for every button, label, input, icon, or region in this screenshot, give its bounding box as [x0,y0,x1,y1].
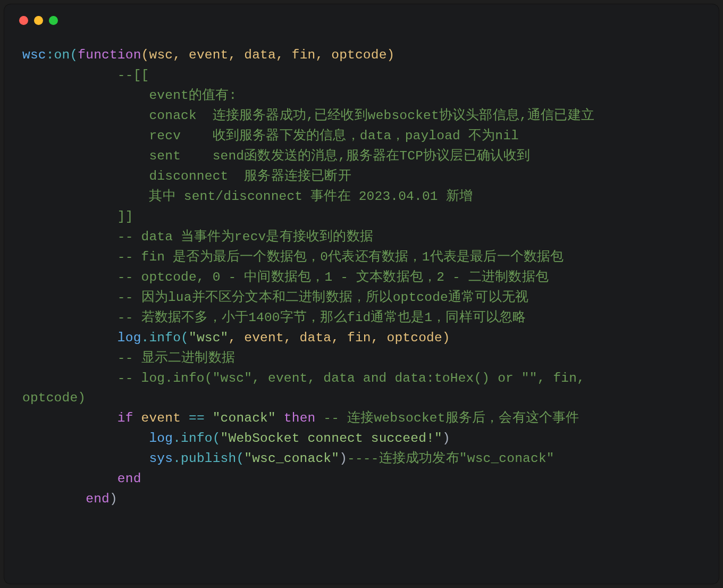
code-token: , event, data, fin, optcode) [229,331,450,345]
window-titlebar [4,4,719,30]
code-token: end [117,472,141,486]
code-token: .info( [141,331,189,345]
code-token: ) [110,492,117,506]
code-token [276,411,284,425]
code-token: "conack" [213,411,276,425]
code-comment: event的值有: [22,88,237,103]
code-token: == [189,411,205,425]
code-token [22,492,86,506]
code-token: (wsc, event, data, fin, optcode) [141,48,395,62]
code-token: sys [149,451,173,466]
code-comment: -- fin 是否为最后一个数据包，0代表还有数据，1代表是最后一个数据包 [22,250,564,264]
code-comment: -- 显示二进制数据 [22,351,235,365]
code-token [205,411,213,425]
code-token [22,472,117,486]
code-token: "wsc_conack" [244,451,339,466]
code-token [22,451,149,466]
code-comment: -- log.info("wsc", event, data and data:… [22,371,593,385]
code-comment: disconnect 服务器连接已断开 [22,169,351,183]
code-token: event [133,411,189,425]
code-comment: 其中 sent/disconnect 事件在 2023.04.01 新增 [22,189,473,204]
code-token: log [117,331,141,345]
code-window: wsc:on(function(wsc, event, data, fin, o… [4,4,719,584]
zoom-icon[interactable] [49,16,58,25]
code-token: ) [442,431,450,446]
close-icon[interactable] [19,16,28,25]
code-token: wsc [22,48,46,62]
code-comment: conack 连接服务器成功,已经收到websocket协议头部信息,通信已建立 [22,108,594,123]
code-token: then [284,411,316,425]
code-token: function [78,48,141,62]
code-comment: ----连接成功发布"wsc_conack" [347,451,554,466]
code-comment: recv 收到服务器下发的信息，data，payload 不为nil [22,129,519,143]
code-token: log [149,431,173,446]
code-comment: --[[ [22,68,149,82]
code-token: "WebSocket connect succeed!" [221,431,442,446]
code-token: end [86,492,110,506]
code-comment: -- data 当事件为recv是有接收到的数据 [22,230,373,244]
code-token: .info( [173,431,220,446]
code-comment: ]] [22,209,133,224]
minimize-icon[interactable] [34,16,43,25]
code-token: :on( [46,48,78,62]
code-token: ) [339,451,347,466]
code-comment: -- optcode, 0 - 中间数据包，1 - 文本数据包，2 - 二进制数… [22,270,549,284]
code-comment: optcode) [22,391,86,405]
code-token [22,431,149,446]
code-token [22,411,117,425]
code-comment: -- 连接websocket服务后，会有这个事件 [315,411,579,425]
code-block: wsc:on(function(wsc, event, data, fin, o… [4,30,719,509]
code-token: if [117,411,133,425]
code-comment: -- 因为lua并不区分文本和二进制数据，所以optcode通常可以无视 [22,290,528,305]
code-token: .publish( [173,451,244,466]
code-token [22,331,117,345]
code-comment: -- 若数据不多，小于1400字节，那么fid通常也是1，同样可以忽略 [22,310,526,325]
code-token: "wsc" [189,331,229,345]
code-comment: sent send函数发送的消息,服务器在TCP协议层已确认收到 [22,149,531,163]
